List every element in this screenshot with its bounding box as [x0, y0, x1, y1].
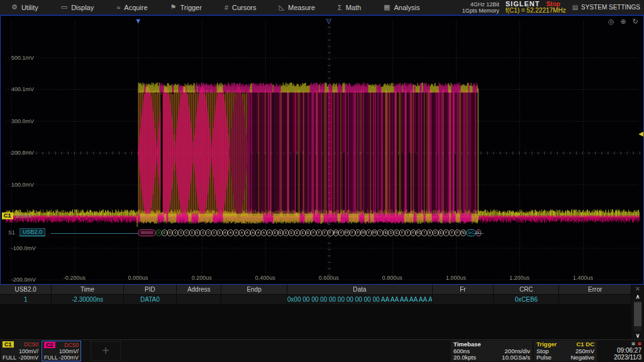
decode-token: 0	[211, 229, 217, 236]
menu-item-display[interactable]: ▭Display	[50, 0, 105, 14]
channel1-box[interactable]: C1 DC50 100mV/ FULL -200mV	[1, 341, 40, 361]
acquire-icon: ≈	[116, 4, 120, 11]
history-icon[interactable]: ↻	[633, 18, 638, 26]
decode-table-header: USB2.0TimePIDAddressEndpDataFrCRCError	[0, 285, 631, 295]
time-label: 0.200us	[192, 275, 212, 281]
timebase-points: 20.0kpts	[453, 354, 476, 361]
display-icon: ▭	[61, 3, 67, 11]
decode-token: 0	[217, 229, 223, 236]
serial-bus-index: S1	[8, 229, 15, 236]
channel2-box[interactable]: C2 DC50 100mV/ FULL -200mV	[42, 341, 81, 361]
table-header-cell: Data	[287, 285, 433, 294]
menu-item-analysis[interactable]: ▦Analysis	[372, 0, 431, 14]
decode-table-row[interactable]: 1-2.30000nsDATA00x00 00 00 00 00 00 00 0…	[0, 295, 631, 305]
plot-corner-icons: ◎⊕↻	[608, 18, 638, 26]
top-menu-bar: ⚙Utility▭Display≈Acquire⚑Trigger#Cursors…	[0, 0, 644, 15]
time-label: 0.400us	[255, 275, 275, 281]
waveform-canvas[interactable]	[1, 16, 643, 284]
trigger-slope: Negative	[571, 354, 595, 361]
channel2-badge: C2	[44, 342, 55, 348]
table-header-cell: USB2.0	[0, 285, 52, 294]
timebase-scale: 200ns/div	[504, 348, 530, 354]
time-label: 0.800us	[382, 275, 402, 281]
scrollbar-thumb[interactable]	[634, 302, 641, 326]
decode-token: 0	[206, 229, 211, 236]
time-label: 1.400us	[573, 275, 593, 281]
trigger-level-marker[interactable]: ◀	[638, 130, 643, 137]
clock-block: ▣ ▣ 09:06:27 2023/11/3	[599, 341, 643, 361]
decode-token: E	[278, 229, 284, 236]
scroll-up-icon[interactable]: ∧	[636, 293, 640, 300]
decode-token: FF	[372, 229, 377, 236]
decode-token: D	[388, 229, 394, 236]
timebase-box[interactable]: Timebase 600ns 200ns/div 20.0kpts 10.0GS…	[451, 341, 533, 361]
decode-token: A	[261, 229, 267, 236]
decode-token: F	[443, 229, 449, 236]
add-channel-button[interactable]: +	[91, 341, 121, 361]
topbar-right: 4GHz 12Bit 1Gpts Memory SIGLENT Stop f(C…	[462, 1, 644, 14]
table-scrollbar[interactable]: ✕ ∧ ∨	[631, 285, 644, 339]
trigger-box[interactable]: Trigger C1 DC Stop 250mV Pulse Negative	[534, 341, 597, 361]
menu-item-cursors[interactable]: #Cursors	[213, 0, 268, 14]
timebase-delay: 600ns	[453, 348, 470, 354]
voltage-label: 500.1mV	[11, 55, 34, 61]
scroll-down-icon[interactable]: ∨	[636, 332, 640, 339]
math-icon: Σ	[338, 4, 342, 11]
time-label: 0.600us	[319, 275, 339, 281]
trigger-position-marker[interactable]: ▼	[135, 17, 142, 25]
menu-item-acquire[interactable]: ≈Acquire	[105, 0, 158, 14]
waveform-display[interactable]: 500.1mV400.1mV300.0mV200.0mV100.0mV-100.…	[0, 15, 644, 285]
table-header-cell: PID	[124, 285, 177, 294]
decode-table: USB2.0TimePIDAddressEndpDataFrCRCError 1…	[0, 285, 644, 339]
table-header-cell: CRC	[494, 285, 559, 294]
ground-level-label: 0.0mV	[16, 213, 32, 219]
decode-token: 0	[156, 229, 162, 236]
table-value-cell	[221, 295, 287, 304]
menu-item-measure[interactable]: ◺Measure	[268, 0, 326, 14]
decode-token: F	[328, 229, 333, 236]
decode-token: 0000000	[138, 229, 156, 236]
system-settings-button[interactable]: ▤ SYSTEM SETTINGS	[572, 4, 640, 11]
trigger-mode: Stop	[536, 348, 549, 354]
decode-token: A	[267, 229, 272, 236]
close-icon[interactable]: ✕	[635, 285, 640, 293]
channel1-bandwidth: FULL	[3, 354, 16, 361]
brand-block: SIGLENT Stop f(C1) = 52.22217MHz	[506, 1, 566, 14]
decode-token: F	[399, 229, 405, 236]
scope-spec: 4GHz 12Bit 1Gpts Memory	[462, 1, 499, 14]
trigger-level: 250mV	[575, 348, 594, 354]
time-label: 1.200us	[509, 275, 530, 281]
camera-icon[interactable]: ◎	[608, 18, 614, 26]
channel1-ground-badge[interactable]: C1	[2, 212, 13, 219]
decode-token: F	[405, 229, 411, 236]
system-settings-label: SYSTEM SETTINGS	[581, 4, 640, 11]
menu-item-utility[interactable]: ⚙Utility	[0, 0, 50, 14]
timebase-sample-rate: 10.0GSa/s	[502, 354, 530, 361]
menu-items: ⚙Utility▭Display≈Acquire⚑Trigger#Cursors…	[0, 0, 431, 14]
trigger-type: Pulse	[536, 354, 552, 361]
menu-item-trigger[interactable]: ⚑Trigger	[159, 0, 213, 14]
decode-token: 0	[184, 229, 189, 236]
decode-token: F	[350, 229, 355, 236]
decode-token: FF	[360, 229, 366, 236]
trigger-source: C1 DC	[576, 341, 594, 348]
serial-bus-badge[interactable]: USB2.0	[19, 228, 45, 236]
table-value-cell	[559, 295, 631, 304]
menu-item-math[interactable]: ΣMath	[326, 0, 372, 14]
decode-token: 7E	[460, 229, 466, 236]
delay-center-marker[interactable]: ▽	[326, 17, 331, 25]
decode-token: E	[438, 229, 444, 236]
decode-token: A	[233, 229, 239, 236]
decode-token: 0	[200, 229, 206, 236]
channel2-scale: 100mV/	[59, 348, 79, 354]
decode-token: F	[411, 229, 416, 236]
spec-line1: 4GHz 12Bit	[462, 1, 499, 8]
table-value-cell	[177, 295, 221, 304]
decode-token: FF	[333, 229, 339, 236]
scrollbar-track[interactable]	[634, 301, 641, 331]
zoom-fit-icon[interactable]: ⊕	[621, 18, 626, 26]
spec-line2: 1Gpts Memory	[462, 8, 499, 14]
time-label: 1.000us	[446, 275, 466, 281]
table-header-cell: Address	[177, 285, 221, 294]
decode-token: A	[250, 229, 256, 236]
